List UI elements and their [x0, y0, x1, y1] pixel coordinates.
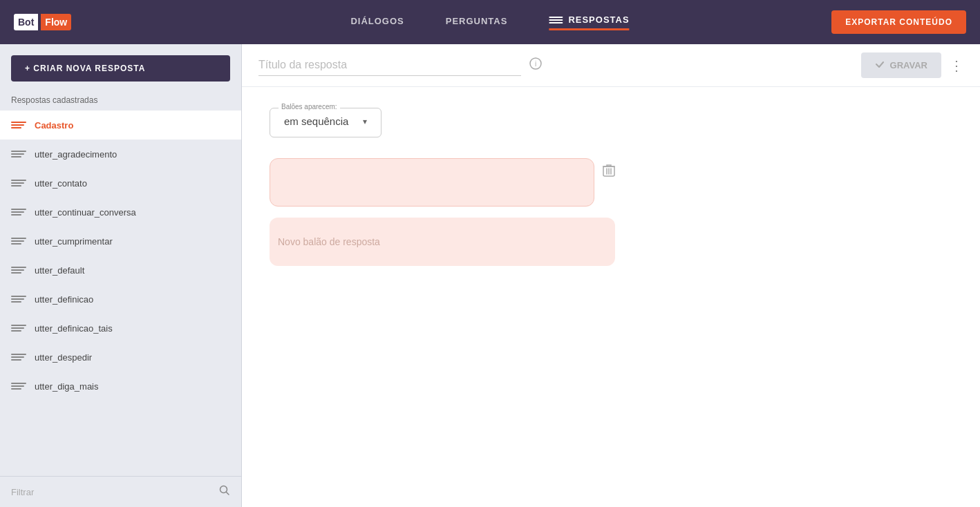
logo: Bot Flow — [14, 14, 71, 30]
response-icon — [11, 351, 26, 363]
svg-line-1 — [227, 492, 229, 495]
export-button[interactable]: EXPORTAR CONTEÚDO — [831, 10, 966, 34]
balloon-placeholder-text: Novo balão de resposta — [278, 236, 380, 247]
sidebar-item-label: utter_diga_mais — [35, 381, 99, 392]
logo-flow: Flow — [41, 14, 71, 30]
sidebar-item-utter-contato[interactable]: utter_contato — [0, 169, 241, 198]
balloon-row-1 — [270, 158, 615, 207]
sequence-select-wrap: em sequência aleatoriamente ▾ — [284, 113, 367, 130]
sidebar-item-label: utter_agradecimento — [35, 149, 117, 160]
response-icon — [11, 206, 26, 218]
sidebar-item-utter-despedir[interactable]: utter_despedir — [0, 343, 241, 372]
sequence-select[interactable]: em sequência aleatoriamente — [284, 113, 367, 130]
more-options-icon[interactable]: ⋮ — [950, 57, 963, 74]
sidebar-item-utter-default[interactable]: utter_default — [0, 256, 241, 285]
main-panel: i GRAVAR ⋮ Balões aparecem: — [242, 44, 980, 507]
sidebar-item-utter-continuar-conversa[interactable]: utter_continuar_conversa — [0, 198, 241, 227]
sequence-label: Balões aparecem: — [279, 103, 340, 111]
filter-input[interactable] — [11, 487, 214, 497]
nav-dialogos[interactable]: DIÁLOGOS — [350, 16, 404, 29]
sidebar: + CRIAR NOVA RESPOSTA Respostas cadastra… — [0, 44, 242, 507]
balloon-row-2: Novo balão de resposta — [270, 218, 615, 266]
check-icon — [875, 59, 885, 71]
response-icon — [11, 148, 26, 160]
sidebar-item-label: utter_definicao — [35, 294, 93, 305]
sidebar-item-label: utter_definicao_tais — [35, 323, 113, 334]
sidebar-item-label: utter_default — [35, 265, 84, 276]
main-nav: DIÁLOGOS PERGUNTAS RESPOSTAS — [350, 15, 629, 30]
response-icon — [11, 235, 26, 247]
response-icon — [11, 322, 26, 334]
svg-text:i: i — [535, 60, 536, 68]
filter-bar — [0, 476, 241, 507]
sidebar-item-label: utter_continuar_conversa — [35, 207, 136, 218]
sidebar-item-utter-diga-mais[interactable]: utter_diga_mais — [0, 372, 241, 401]
sequence-selector: Balões aparecem: em sequência aleatoriam… — [270, 108, 381, 137]
nav-perguntas[interactable]: PERGUNTAS — [446, 16, 508, 29]
response-icon — [11, 119, 26, 131]
sidebar-item-label: utter_cumprimentar — [35, 236, 113, 247]
main-body: Balões aparecem: em sequência aleatoriam… — [242, 87, 980, 507]
header: Bot Flow DIÁLOGOS PERGUNTAS RESPOSTAS EX… — [0, 0, 980, 44]
create-response-button[interactable]: + CRIAR NOVA RESPOSTA — [11, 55, 230, 82]
main-toolbar: i GRAVAR ⋮ — [242, 44, 980, 87]
response-icon — [11, 177, 26, 189]
sidebar-list: Cadastro utter_agradecimento utter_conta… — [0, 111, 241, 476]
nav-respostas[interactable]: RESPOSTAS — [549, 15, 629, 30]
sidebar-item-label: utter_contato — [35, 178, 87, 189]
title-input[interactable] — [258, 55, 521, 76]
logo-bot: Bot — [14, 14, 38, 30]
balloons-area: Novo balão de resposta — [270, 158, 615, 266]
respostas-icon — [549, 15, 563, 26]
sidebar-item-label: utter_despedir — [35, 352, 92, 363]
balloon-1[interactable] — [270, 158, 594, 207]
response-icon — [11, 293, 26, 305]
response-icon — [11, 264, 26, 276]
sidebar-item-utter-definicao-tais[interactable]: utter_definicao_tais — [0, 314, 241, 343]
search-icon — [219, 485, 230, 499]
sidebar-item-cadastro[interactable]: Cadastro — [0, 111, 241, 140]
balloon-placeholder[interactable]: Novo balão de resposta — [270, 218, 615, 266]
layout: + CRIAR NOVA RESPOSTA Respostas cadastra… — [0, 44, 980, 507]
sidebar-item-utter-definicao[interactable]: utter_definicao — [0, 285, 241, 314]
toolbar-right: GRAVAR ⋮ — [861, 52, 963, 78]
response-icon — [11, 380, 26, 392]
sidebar-item-utter-cumprimentar[interactable]: utter_cumprimentar — [0, 227, 241, 256]
info-icon[interactable]: i — [529, 57, 542, 73]
sidebar-item-label: Cadastro — [35, 120, 73, 131]
sidebar-section-title: Respostas cadastradas — [0, 93, 241, 111]
sidebar-item-utter-agradecimento[interactable]: utter_agradecimento — [0, 140, 241, 169]
save-button[interactable]: GRAVAR — [861, 52, 941, 78]
delete-balloon-icon[interactable] — [603, 164, 615, 181]
